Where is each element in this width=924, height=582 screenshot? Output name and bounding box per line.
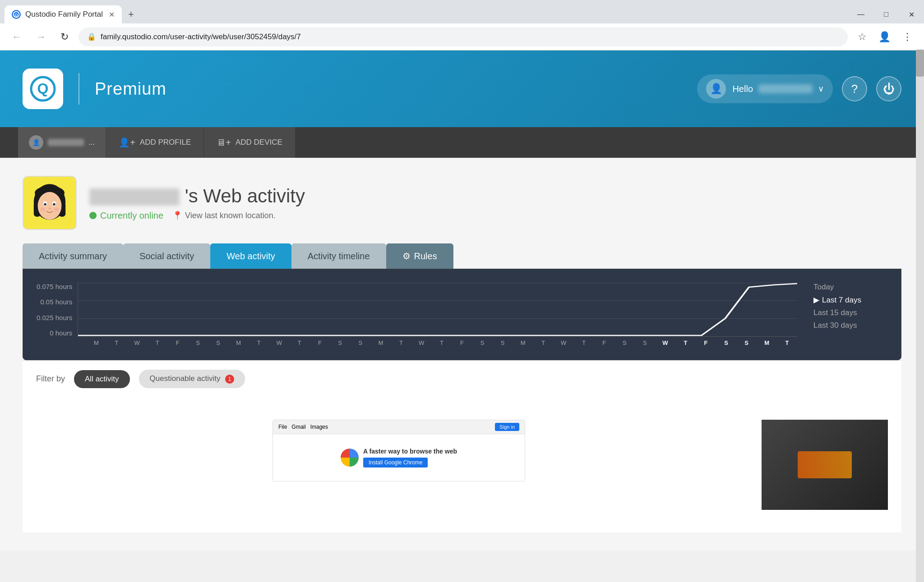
user-menu[interactable]: 👤 Hello ∨ [697, 74, 833, 103]
profile-name [48, 139, 84, 146]
toolbar-icons: ☆ 👤 ⋮ [853, 28, 917, 46]
new-tab-button[interactable]: + [122, 5, 140, 23]
chart-y-labels: 0.075 hours 0.05 hours 0.025 hours 0 hou… [37, 283, 78, 337]
close-button[interactable]: ✕ [899, 5, 924, 23]
xl-S8: S [635, 339, 655, 346]
xl-W-bold: W [655, 339, 675, 346]
profile-ellipsis: ... [88, 138, 95, 147]
tab-web-activity[interactable]: Web activity [210, 243, 291, 269]
screenshot-area: File Gmail Images Sign in A faster way t… [23, 397, 901, 532]
lock-icon: 🔒 [87, 32, 96, 41]
xl-T7: T [533, 339, 554, 346]
browser-tab-active[interactable]: Q Qustodio Family Portal ✕ [5, 5, 122, 23]
last-7-days-selected[interactable]: ▶ Last 7 days [813, 295, 887, 305]
minimize-button[interactable]: — [848, 5, 873, 23]
tab-favicon: Q [12, 10, 21, 19]
add-device-icon: 🖥+ [217, 137, 231, 148]
child-info: 's Web activity Currently online 📍 View … [89, 185, 305, 221]
xl-T4: T [289, 339, 310, 346]
y-label-4: 0 hours [37, 329, 72, 337]
logo-divider [79, 73, 79, 105]
xl-S2-bold: S [736, 339, 757, 346]
chevron-down-icon: ∨ [818, 84, 824, 94]
xl-F4: F [594, 339, 614, 346]
y-label-3: 0.025 hours [37, 314, 72, 321]
header-right: 👤 Hello ∨ ? ⏻ [697, 74, 901, 103]
browser-tabs: Q Qustodio Family Portal ✕ + — □ ✕ [0, 0, 924, 23]
add-profile-button[interactable]: 👤+ ADD PROFILE [106, 127, 204, 158]
today-label[interactable]: Today [813, 283, 887, 292]
filter-label: Filter by [36, 374, 65, 384]
xl-S3: S [330, 339, 350, 346]
chart-body: 0.075 hours 0.05 hours 0.025 hours 0 hou… [37, 283, 797, 337]
line-chart [78, 283, 797, 336]
bookmark-button[interactable]: ☆ [853, 28, 871, 46]
add-device-button[interactable]: 🖥+ ADD DEVICE [204, 127, 295, 158]
menu-button[interactable]: ⋮ [898, 28, 917, 46]
scrollbar-thumb[interactable] [916, 50, 924, 77]
location-text: View last known location. [185, 211, 276, 220]
address-bar[interactable]: 🔒 [79, 27, 848, 46]
all-activity-button[interactable]: All activity [74, 370, 130, 388]
tab-close-button[interactable]: ✕ [109, 10, 115, 19]
profile-bar: 👤 ... 👤+ ADD PROFILE 🖥+ ADD DEVICE [0, 127, 924, 158]
chart-wrapper: 0.075 hours 0.05 hours 0.025 hours 0 hou… [37, 283, 887, 346]
child-avatar [23, 176, 77, 230]
refresh-button[interactable]: ↻ [56, 28, 73, 46]
add-profile-label: ADD PROFILE [140, 138, 191, 147]
chart-x-labels: M T W T F S S M T W T F S S M T W [86, 339, 797, 346]
tab-title: Qustodio Family Portal [25, 10, 104, 19]
screenshot-preview: File Gmail Images Sign in A faster way t… [273, 420, 525, 481]
main-content: 's Web activity Currently online 📍 View … [0, 158, 924, 550]
online-status: Currently online [89, 211, 163, 221]
xl-S7: S [614, 339, 635, 346]
scrollbar[interactable] [916, 50, 924, 582]
profile-avatar-small: 👤 [29, 135, 43, 150]
xl-T2: T [147, 339, 167, 346]
window-controls: — □ ✕ [848, 5, 924, 23]
help-button[interactable]: ? [842, 76, 867, 101]
header-logo: Q Premium [23, 69, 166, 109]
xl-T1: T [106, 339, 127, 346]
screenshot-preview-area: File Gmail Images Sign in A faster way t… [36, 411, 762, 519]
arrow-right-icon: ▶ [813, 295, 819, 305]
last-15-days-option[interactable]: Last 15 days [813, 308, 887, 317]
profile-tab[interactable]: 👤 ... [18, 127, 106, 158]
svg-text:Q: Q [37, 80, 49, 96]
tab-rules[interactable]: ⚙ Rules [386, 243, 453, 269]
xl-S6: S [493, 339, 513, 346]
user-profile-button[interactable]: 👤 [874, 28, 895, 46]
xl-T2-bold: T [777, 339, 797, 346]
power-button[interactable]: ⏻ [876, 76, 901, 101]
questionable-activity-button[interactable]: Questionable activity 1 [139, 370, 245, 388]
xl-T3: T [249, 339, 269, 346]
xl-F-bold: F [696, 339, 716, 346]
tab-activity-timeline[interactable]: Activity timeline [291, 243, 386, 269]
hello-text: Hello [732, 84, 753, 94]
xl-S4: S [350, 339, 370, 346]
chart-period-selector: Today ▶ Last 7 days Last 15 days Last 30… [806, 283, 887, 346]
url-input[interactable] [101, 32, 839, 41]
xl-M4: M [513, 339, 533, 346]
svg-text:Q: Q [14, 12, 18, 17]
maximize-button[interactable]: □ [873, 5, 899, 23]
child-status: Currently online 📍 View last known locat… [89, 211, 305, 221]
child-page-title: 's Web activity [89, 185, 305, 207]
last-30-days-option[interactable]: Last 30 days [813, 321, 887, 330]
location-link[interactable]: 📍 View last known location. [172, 211, 276, 220]
y-label-2: 0.05 hours [37, 298, 72, 306]
tab-social-activity[interactable]: Social activity [123, 243, 210, 269]
nav-tabs: Activity summary Social activity Web act… [23, 243, 901, 269]
forward-button[interactable]: → [32, 28, 51, 46]
svg-point-14 [49, 207, 51, 209]
xl-S-bold: S [716, 339, 736, 346]
back-button[interactable]: ← [7, 28, 26, 46]
tab-activity-summary[interactable]: Activity summary [23, 243, 123, 269]
chart-area [78, 283, 797, 337]
screenshot-preview-2 [762, 420, 888, 510]
add-profile-icon: 👤+ [119, 137, 135, 148]
xl-W2: W [269, 339, 289, 346]
xl-S1: S [188, 339, 208, 346]
user-avatar-icon: 👤 [706, 79, 726, 99]
screenshot-2-bar [798, 451, 852, 478]
